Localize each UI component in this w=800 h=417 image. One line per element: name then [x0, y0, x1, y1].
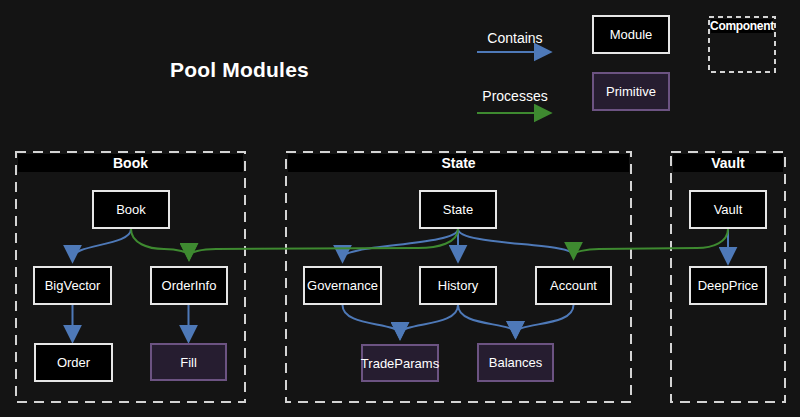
node-fill: Fill	[150, 343, 227, 381]
node-deepprice: DeepPrice	[689, 266, 767, 305]
vault-container-title: Vault	[673, 154, 783, 172]
edge-vault-account	[574, 229, 729, 255]
legend-module-label: Module	[610, 27, 653, 42]
legend-contains-label: Contains	[477, 30, 553, 46]
node-vault-label: Vault	[714, 202, 743, 217]
node-order-label: Order	[57, 355, 90, 370]
node-history: History	[419, 266, 497, 305]
legend-primitive-label: Primitive	[606, 84, 656, 99]
node-state-label: State	[443, 202, 473, 217]
legend-primitive-box: Primitive	[592, 72, 670, 111]
node-bigvector-label: BigVector	[45, 278, 101, 293]
legend-processes-label: Processes	[477, 88, 553, 104]
node-tradeparams-label: TradeParams	[361, 356, 439, 371]
edge-state-governance	[343, 229, 459, 258]
node-fill-label: Fill	[180, 355, 197, 370]
node-balances-label: Balances	[489, 355, 542, 370]
node-book: Book	[92, 190, 170, 229]
node-tradeparams: TradeParams	[361, 344, 439, 382]
pool-modules-diagram: Pool Modules Contains Processes Module P…	[0, 0, 800, 417]
node-account-label: Account	[550, 278, 597, 293]
node-book-label: Book	[116, 202, 146, 217]
node-orderinfo: OrderInfo	[150, 266, 228, 305]
node-order: Order	[34, 343, 113, 382]
legend-module-box: Module	[592, 15, 670, 54]
edge-history-tradeparams	[400, 305, 458, 335]
node-orderinfo-label: OrderInfo	[162, 278, 217, 293]
book-container-title: Book	[18, 154, 243, 172]
node-deepprice-label: DeepPrice	[698, 278, 759, 293]
node-account: Account	[535, 266, 612, 305]
node-state: State	[419, 190, 497, 229]
edge-state-account	[458, 229, 574, 255]
legend-component-label: Component	[711, 19, 773, 33]
node-governance-label: Governance	[307, 278, 378, 293]
node-history-label: History	[438, 278, 478, 293]
node-bigvector: BigVector	[33, 266, 112, 305]
node-vault: Vault	[689, 190, 767, 229]
edge-book-orderinfo	[131, 229, 189, 256]
edge-book-bigvector	[73, 229, 132, 258]
edge-history-balances	[458, 305, 516, 334]
node-governance: Governance	[303, 266, 382, 305]
edge-governance-tradeparams	[343, 305, 401, 335]
edge-account-balances	[516, 305, 574, 334]
node-balances: Balances	[477, 343, 554, 382]
state-container-title: State	[288, 154, 629, 172]
page-title: Pool Modules	[170, 58, 309, 82]
